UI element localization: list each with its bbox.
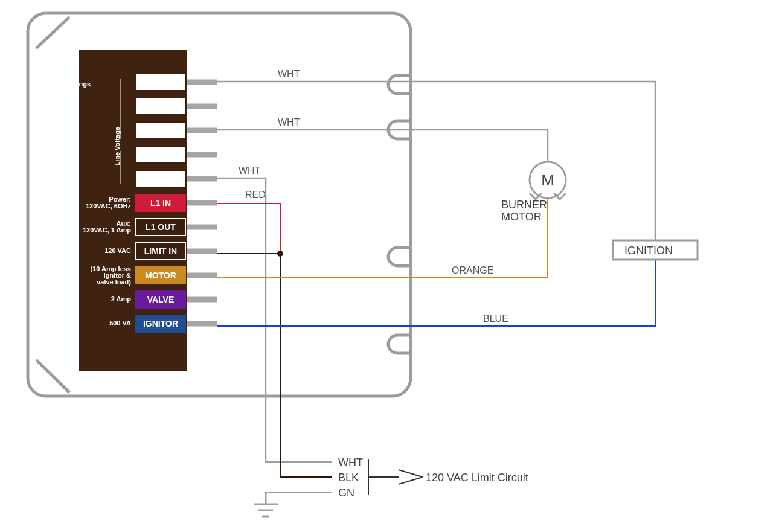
svg-text:RED: RED [245, 190, 266, 200]
terminal-label: MOTOR [145, 271, 176, 280]
wire-blue: BLUE [217, 260, 655, 326]
terminal-label: L2 [156, 174, 166, 184]
svg-line-2 [36, 360, 69, 393]
svg-text:M: M [541, 171, 554, 189]
terminal-rating: 120 VAC [104, 247, 131, 254]
svg-text:BLK: BLK [338, 472, 359, 484]
terminal-label: LIMIT IN [144, 246, 177, 256]
wire-wht-2: WHT [217, 117, 548, 163]
terminal-t5: L2 [136, 170, 185, 187]
limit-circuit-label: 120 VAC Limit Circuit [426, 472, 528, 484]
bottom-bundle: WHT BLK GN 120 VAC Limit Circuit [254, 457, 528, 516]
svg-text:BLUE: BLUE [483, 313, 508, 324]
svg-text:WHT: WHT [278, 69, 300, 79]
terminal-t3: L2 [136, 122, 185, 139]
terminal-stubs [187, 82, 217, 324]
terminal-rating: 2 Amp [111, 295, 131, 303]
ignition-box: IGNITION [613, 240, 697, 260]
svg-line-1 [36, 17, 69, 48]
terminal-label: VALVE [147, 295, 175, 304]
terminal-label: L1 OUT [146, 222, 176, 232]
svg-text:WHT: WHT [338, 457, 363, 469]
terminal-rating: 500 VA [109, 319, 131, 327]
wire-red: RED [217, 190, 280, 254]
svg-text:GN: GN [338, 487, 354, 499]
wire-wht-3: WHT [217, 165, 332, 462]
wire-limit-blk [217, 251, 332, 477]
ratings-heading: Ratings [66, 80, 91, 88]
wire-wht-1: WHT [217, 69, 655, 242]
terminal-t1: L2 [136, 74, 185, 91]
svg-text:IGNITION: IGNITION [624, 245, 673, 257]
svg-point-32 [277, 251, 283, 257]
terminal-label: L1 IN [150, 198, 171, 208]
terminal-label: L2 [156, 126, 166, 135]
svg-text:WHT: WHT [239, 165, 261, 176]
svg-text:WHT: WHT [278, 117, 300, 127]
terminal-t2: L2 [136, 98, 185, 115]
terminal-label: L2 [156, 101, 166, 111]
wire-orange: ORANGE [217, 196, 548, 278]
terminal-label: L2 [156, 77, 166, 87]
terminal-t4: L2 [136, 146, 185, 163]
line-voltage-label: Line Voltage [114, 127, 121, 166]
burner-motor-label: BURNER MOTOR [501, 199, 550, 223]
terminal-label: IGNITOR [143, 319, 178, 328]
terminal-label: L2 [156, 150, 166, 159]
svg-text:ORANGE: ORANGE [452, 265, 493, 275]
terminal-t9: MOTOR(10 Amp lessignitor &valve load) [91, 265, 185, 286]
wiring-diagram: Ratings Line Voltage L2L2L2L2L2L1 INPowe… [0, 0, 776, 532]
burner-motor: M BURNER MOTOR [501, 162, 566, 223]
